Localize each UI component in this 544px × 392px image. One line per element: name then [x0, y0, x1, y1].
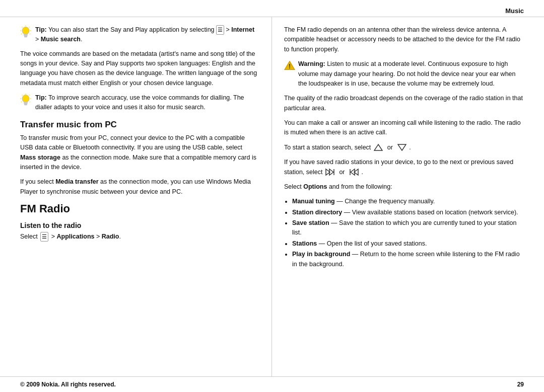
select-radio-text: Select ☰ > Applications > Radio. [20, 232, 259, 242]
svg-rect-14 [25, 105, 27, 106]
svg-line-18 [22, 95, 23, 96]
select-label: Select [20, 233, 38, 240]
page: Music [0, 0, 544, 392]
svg-marker-25 [398, 144, 406, 150]
list-item: Station directory — View available stati… [292, 208, 524, 217]
station-search-before: To start a station search, select [284, 144, 373, 151]
svg-line-7 [22, 27, 23, 28]
svg-rect-2 [24, 36, 27, 37]
options-intro: Select Options and from the following: [284, 182, 524, 192]
page-footer: © 2009 Nokia. All rights reserved. 29 [0, 376, 544, 392]
svg-rect-13 [24, 104, 27, 105]
svg-line-20 [21, 102, 22, 102]
header-title: Music [505, 7, 524, 15]
body-text-1: The voice commands are based on the meta… [20, 49, 259, 89]
svg-marker-24 [374, 144, 382, 150]
svg-text:!: ! [289, 63, 291, 70]
svg-line-21 [30, 102, 30, 102]
call-radio-text: You can make a call or answer an incomin… [284, 118, 524, 138]
main-content: Tip: You can also start the Say and Play… [0, 17, 544, 376]
svg-rect-1 [24, 34, 28, 36]
page-header: Music [0, 0, 544, 17]
menu-icon-3: ☰ [40, 232, 48, 242]
svg-point-11 [22, 95, 29, 103]
left-column: Tip: You can also start the Say and Play… [0, 17, 272, 376]
list-item: Save station — Save the station to which… [292, 218, 524, 238]
tip-2: Tip: To improve search accuracy, use the… [20, 93, 259, 112]
transfer-body-2: If you select Media transfer as the conn… [20, 177, 259, 197]
fm-antenna-text: The FM radio depends on an antenna other… [284, 25, 524, 54]
list-item: Manual tuning — Change the frequency man… [292, 197, 524, 206]
station-search-text: To start a station search, select or . [284, 143, 524, 152]
svg-line-10 [30, 34, 30, 34]
radio-quality-text: The quality of the radio broadcast depen… [284, 94, 524, 113]
saved-stations-text: If you have saved radio stations in your… [284, 158, 524, 177]
lightbulb-icon-2 [20, 94, 31, 109]
list-item: Stations — Open the list of your saved s… [292, 239, 524, 249]
footer-page-number: 29 [517, 381, 524, 388]
listen-radio-heading: Listen to the radio [20, 221, 259, 229]
svg-point-0 [22, 27, 29, 35]
svg-line-9 [21, 34, 22, 34]
right-column: The FM radio depends on an antenna other… [272, 17, 544, 376]
svg-line-19 [29, 95, 30, 96]
footer-copyright: © 2009 Nokia. All rights reserved. [20, 381, 116, 388]
svg-rect-12 [24, 102, 28, 104]
transfer-music-heading: Transfer music from PC [20, 119, 259, 130]
tip-2-text: Tip: To improve search accuracy, use the… [35, 93, 259, 112]
fm-radio-heading: FM Radio [20, 202, 259, 216]
options-list: Manual tuning — Change the frequency man… [292, 197, 524, 269]
menu-icon-1: ☰ [216, 25, 224, 35]
svg-rect-3 [25, 37, 27, 38]
list-item: Play in background — Return to the home … [292, 250, 524, 269]
tip-1-text: Tip: You can also start the Say and Play… [35, 25, 259, 44]
lightbulb-icon [20, 26, 31, 41]
warning-box: ! Warning: Listen to music at a moderate… [284, 59, 524, 89]
warning-icon: ! [284, 60, 295, 72]
warning-text: Warning: Listen to music at a moderate l… [298, 59, 524, 89]
transfer-body-1: To transfer music from your PC, connect … [20, 133, 259, 173]
tip-1: Tip: You can also start the Say and Play… [20, 25, 259, 44]
svg-line-8 [29, 27, 30, 28]
